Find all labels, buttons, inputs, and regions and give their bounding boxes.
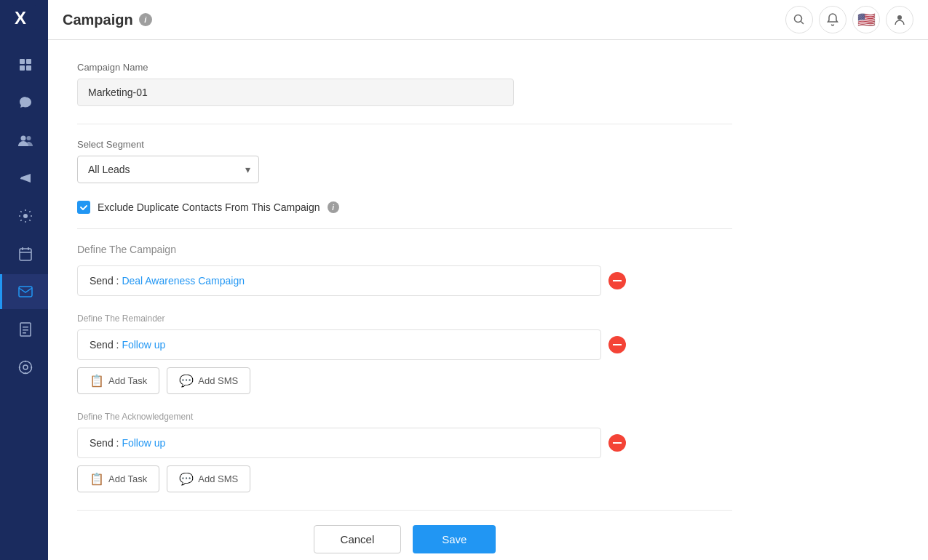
svg-rect-10 [19,287,32,297]
save-button[interactable]: Save [413,525,496,553]
svg-point-15 [23,365,28,369]
task-icon-2: 📋 [90,472,104,486]
ack-action-buttons: 📋 Add Task 💬 Add SMS [77,465,732,492]
header: Campaign i 🇺🇸 [48,0,928,40]
footer-buttons: Cancel Save [77,510,732,560]
campaign-send-prefix: Send : [90,275,122,287]
ack-send-row: Send : Follow up [77,428,732,458]
logo: X [12,5,36,35]
svg-point-8 [23,214,28,218]
page-title: Campaign [63,12,133,28]
add-task-label-2: Add Task [108,473,147,484]
header-actions: 🇺🇸 [785,6,913,33]
sidebar-item-email[interactable] [0,274,48,309]
sidebar-item-automations[interactable] [0,199,48,233]
svg-rect-14 [23,332,26,334]
flag-icon: 🇺🇸 [857,11,876,28]
exclude-info-icon[interactable]: i [328,201,339,213]
campaign-send-row: Send : Deal Awareness Campaign [77,265,732,296]
sidebar-item-contacts[interactable] [0,123,48,158]
ack-send-prefix: Send : [90,437,122,449]
svg-rect-3 [26,59,31,64]
add-task-button-1[interactable]: 📋 Add Task [77,367,159,394]
ack-send-box: Send : Follow up [77,428,601,458]
title-info-icon[interactable]: i [139,13,152,26]
sidebar-item-settings[interactable] [0,350,48,385]
define-campaign-title: Define The Campaign [77,244,732,255]
exclude-duplicates-label: Exclude Duplicate Contacts From This Cam… [98,201,320,213]
svg-rect-12 [23,327,28,328]
campaign-name-group: Campaign Name [77,62,732,106]
svg-line-17 [801,22,804,25]
task-icon-1: 📋 [90,374,104,388]
campaign-form: Campaign Name Select Segment All Leads N… [77,62,732,560]
define-remainder-group: Define The Remainder Send : Follow up 📋 … [77,313,732,394]
language-button[interactable]: 🇺🇸 [852,6,880,33]
sidebar-item-campaigns[interactable] [0,161,48,196]
svg-point-7 [26,136,31,140]
sms-icon-1: 💬 [179,374,194,388]
remainder-send-link[interactable]: Follow up [122,339,165,351]
sidebar-item-calendar[interactable] [0,236,48,271]
campaign-send-link[interactable]: Deal Awareness Campaign [122,275,245,287]
add-task-label-1: Add Task [108,375,147,386]
campaign-name-label: Campaign Name [77,62,732,73]
add-sms-label-2: Add SMS [198,473,238,484]
sidebar-item-reports[interactable] [0,312,48,347]
content-area: Campaign Name Select Segment All Leads N… [48,40,928,560]
search-button[interactable] [785,6,813,33]
svg-point-18 [897,15,902,20]
sidebar: X [0,0,48,560]
exclude-duplicates-row: Exclude Duplicate Contacts From This Cam… [77,201,732,214]
define-acknowledgement-label: Define The Acknowledgement [77,412,732,422]
svg-rect-5 [26,65,31,71]
exclude-duplicates-checkbox[interactable] [77,201,90,214]
user-profile-button[interactable] [886,6,913,33]
svg-point-6 [20,136,25,141]
svg-rect-2 [20,59,25,64]
sidebar-item-chat[interactable] [0,85,48,120]
segment-group: Select Segment All Leads New Leads Activ… [77,139,732,183]
notifications-button[interactable] [819,6,846,33]
main-area: Campaign i 🇺🇸 Campaign Name [48,0,928,560]
remove-remainder-button[interactable] [608,336,626,353]
remainder-action-buttons: 📋 Add Task 💬 Add SMS [77,367,732,394]
add-sms-button-1[interactable]: 💬 Add SMS [167,367,250,394]
svg-rect-13 [23,329,28,331]
svg-rect-9 [20,249,31,260]
remove-campaign-button[interactable] [608,272,626,289]
remainder-send-row: Send : Follow up [77,329,732,360]
segment-select[interactable]: All Leads New Leads Active Leads Qualifi… [77,156,259,183]
segment-select-wrapper: All Leads New Leads Active Leads Qualifi… [77,156,259,183]
add-sms-label-1: Add SMS [198,375,238,386]
svg-rect-4 [20,65,25,71]
add-sms-button-2[interactable]: 💬 Add SMS [167,465,250,492]
sidebar-item-dashboard[interactable] [0,47,48,82]
sms-icon-2: 💬 [179,472,194,486]
ack-send-link[interactable]: Follow up [122,437,165,449]
remove-ack-button[interactable] [608,434,626,452]
divider-2 [77,228,732,229]
define-campaign-group: Define The Campaign Send : Deal Awarenes… [77,244,732,296]
segment-label: Select Segment [77,139,732,150]
cancel-button[interactable]: Cancel [314,525,402,553]
svg-text:X: X [15,8,26,28]
remainder-send-box: Send : Follow up [77,329,601,360]
remainder-send-prefix: Send : [90,339,122,351]
define-remainder-label: Define The Remainder [77,313,732,324]
define-acknowledgement-group: Define The Acknowledgement Send : Follow… [77,412,732,492]
sidebar-nav [0,40,48,560]
sidebar-logo: X [0,0,48,40]
svg-point-16 [795,15,802,23]
divider-1 [77,124,732,124]
campaign-name-input[interactable] [77,79,514,106]
campaign-send-box: Send : Deal Awareness Campaign [77,265,601,296]
header-title-group: Campaign i [63,12,152,28]
add-task-button-2[interactable]: 📋 Add Task [77,465,159,492]
